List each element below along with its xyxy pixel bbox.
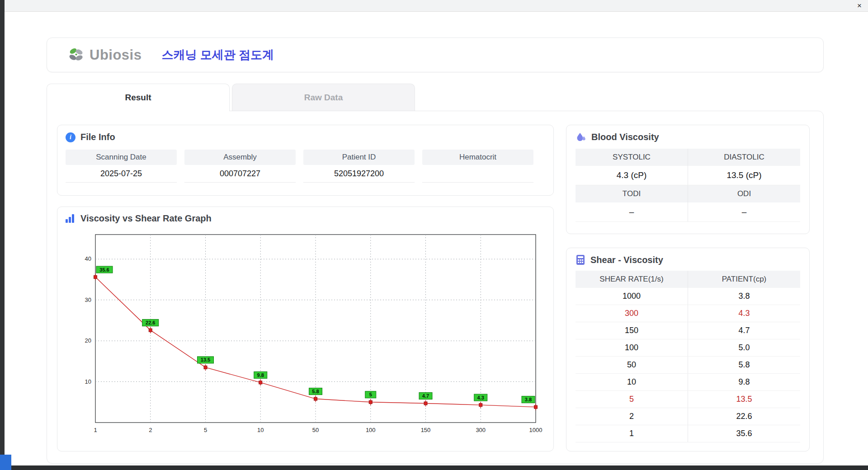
bottom-edge (0, 465, 868, 470)
patient-viscosity-cell: 22.6 (688, 408, 801, 425)
svg-text:3.8: 3.8 (525, 397, 532, 402)
field-label: Scanning Date (66, 150, 177, 165)
blood-viscosity-title-row: Blood Viscosity (576, 132, 800, 142)
field-patient-id: Patient ID 52051927200 (303, 150, 415, 183)
shear-rate-cell: 100 (576, 339, 688, 357)
table-row: 222.6 (576, 408, 800, 425)
file-info-title: File Info (80, 132, 115, 142)
shear-rate-cell: 150 (576, 322, 688, 339)
bv-value-row: 4.3 (cP) 13.5 (cP) (576, 166, 800, 185)
svg-text:50: 50 (312, 427, 319, 433)
todi-header: TODI (576, 185, 688, 203)
bv-value-row: – – (576, 202, 800, 222)
field-value: 000707227 (184, 165, 296, 182)
shear-rate-header: SHEAR RATE(1/s) (576, 271, 688, 288)
svg-text:10: 10 (257, 427, 264, 433)
table-row: 10003.8 (576, 288, 800, 305)
svg-text:150: 150 (421, 427, 431, 433)
svg-text:10: 10 (85, 378, 91, 385)
svg-text:22.6: 22.6 (146, 320, 155, 325)
tab-raw-data-label: Raw Data (304, 93, 343, 103)
table-row: 505.8 (576, 357, 800, 374)
diastolic-header: DIASTOLIC (688, 149, 801, 166)
shear-rate-cell: 1000 (576, 288, 688, 305)
field-label: Patient ID (303, 150, 415, 165)
svg-text:100: 100 (366, 427, 376, 433)
shear-rate-cell: 300 (576, 305, 688, 322)
odi-value: – (688, 202, 801, 222)
field-value: 52051927200 (303, 165, 415, 182)
svg-text:300: 300 (476, 427, 486, 433)
tab-result[interactable]: Result (47, 84, 230, 111)
app-window: Ubiosis 스캐닝 모세관 점도계 Result Raw Data i Fi… (5, 12, 868, 465)
graph-card: Viscosity vs Shear Rate Graph 1020304012… (57, 207, 554, 451)
svg-text:35.6: 35.6 (99, 267, 109, 273)
patient-viscosity-cell: 4.3 (688, 305, 801, 322)
field-hematocrit: Hematocrit (422, 150, 533, 183)
taskbar-chip (0, 455, 11, 470)
field-scanning-date: Scanning Date 2025-07-25 (66, 150, 177, 183)
patient-viscosity-cell: 35.6 (688, 425, 801, 442)
svg-text:30: 30 (85, 296, 91, 303)
patient-viscosity-cell: 3.8 (688, 288, 801, 305)
window-titlebar: × (5, 0, 868, 12)
svg-text:4.7: 4.7 (422, 393, 429, 399)
shear-rate-cell: 10 (576, 374, 688, 391)
blood-viscosity-title: Blood Viscosity (591, 132, 659, 142)
field-label: Hematocrit (422, 150, 533, 165)
field-value: 2025-07-25 (66, 165, 177, 182)
calculator-icon (576, 254, 585, 265)
svg-text:13.5: 13.5 (201, 357, 210, 362)
shear-header-row: SHEAR RATE(1/s) PATIENT(cp) (576, 271, 800, 288)
svg-text:20: 20 (85, 337, 91, 344)
svg-text:40: 40 (85, 255, 91, 262)
patient-viscosity-cell: 9.8 (688, 374, 801, 391)
close-icon[interactable]: × (857, 1, 862, 11)
result-panel: i File Info Scanning Date 2025-07-25 Ass… (47, 111, 824, 464)
file-info-card: i File Info Scanning Date 2025-07-25 Ass… (57, 125, 554, 196)
viscosity-chart: 102030401251050100150300100035.622.613.5… (75, 228, 543, 441)
svg-text:5: 5 (204, 427, 207, 433)
info-circle-icon: i (66, 132, 75, 142)
page-title: 스캐닝 모세관 점도계 (161, 47, 274, 63)
svg-text:9.8: 9.8 (257, 372, 264, 378)
table-row: 513.5 (576, 391, 800, 408)
shear-rate-cell: 2 (576, 408, 688, 425)
patient-viscosity-cell: 4.7 (688, 322, 801, 339)
svg-text:5.8: 5.8 (312, 389, 319, 394)
tab-raw-data[interactable]: Raw Data (232, 84, 415, 111)
table-row: 135.6 (576, 425, 800, 442)
patient-viscosity-cell: 13.5 (688, 391, 801, 408)
chart-area: 102030401251050100150300100035.622.613.5… (75, 228, 545, 442)
systolic-value: 4.3 (cP) (576, 166, 688, 185)
blood-viscosity-table: SYSTOLIC DIASTOLIC 4.3 (cP) 13.5 (cP) TO… (576, 149, 800, 222)
ubiosis-logo: Ubiosis (67, 47, 142, 64)
logo-flower-icon (67, 47, 86, 64)
tab-bar: Result Raw Data (47, 84, 415, 111)
logo-text: Ubiosis (90, 47, 142, 63)
shear-rate-cell: 5 (576, 391, 688, 408)
field-label: Assembly (184, 150, 296, 165)
todi-value: – (576, 202, 688, 222)
shear-viscosity-table: SHEAR RATE(1/s) PATIENT(cp) 10003.83004.… (576, 271, 800, 442)
droplet-icon (576, 132, 586, 142)
shear-viscosity-card: Shear - Viscosity SHEAR RATE(1/s) PATIEN… (566, 248, 810, 451)
table-row: 109.8 (576, 374, 800, 391)
diastolic-value: 13.5 (cP) (688, 166, 801, 185)
table-row: 1504.7 (576, 322, 800, 339)
blood-viscosity-card: Blood Viscosity SYSTOLIC DIASTOLIC 4.3 (… (566, 125, 810, 234)
shear-rate-cell: 50 (576, 357, 688, 374)
patient-viscosity-cell: 5.8 (688, 357, 801, 374)
header-card: Ubiosis 스캐닝 모세관 점도계 (47, 38, 824, 72)
table-row: 3004.3 (576, 305, 800, 322)
graph-title-row: Viscosity vs Shear Rate Graph (66, 213, 545, 224)
svg-text:5: 5 (369, 392, 372, 397)
tab-result-label: Result (125, 93, 151, 103)
shear-rate-cell: 1 (576, 425, 688, 442)
svg-text:4.3: 4.3 (477, 395, 484, 400)
field-assembly: Assembly 000707227 (184, 150, 296, 183)
graph-title: Viscosity vs Shear Rate Graph (80, 213, 212, 224)
svg-text:1: 1 (94, 427, 97, 433)
file-info-fields: Scanning Date 2025-07-25 Assembly 000707… (66, 150, 545, 183)
bv-header-row: SYSTOLIC DIASTOLIC (576, 149, 800, 166)
